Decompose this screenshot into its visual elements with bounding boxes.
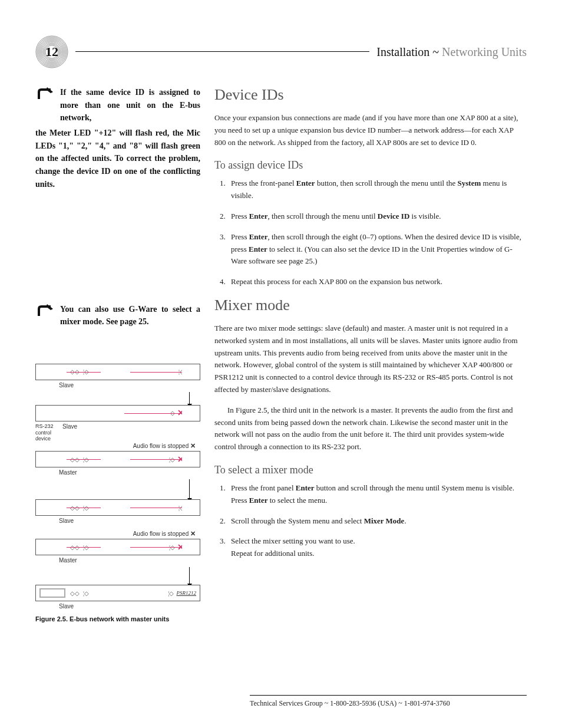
figure-caption: Figure 2.5. E-bus network with master un… (35, 615, 200, 622)
step: Select the mixer setting you want to use… (227, 535, 527, 560)
figure-psr-label: PSR1212 (177, 590, 197, 596)
heading-mixer-mode: Mixer mode (214, 297, 527, 314)
subheading-select-mixer: To select a mixer mode (214, 464, 527, 476)
note-icon (35, 86, 54, 124)
figure-unit: ◇✕◇◇ (35, 405, 200, 421)
figure-unit: ◇◇¦◇ ¦◇PSR1212 (35, 585, 200, 601)
device-ids-intro: Once your expansion bus connections are … (214, 112, 527, 149)
mixer-mode-p2: In Figure 2.5, the third unit in the net… (214, 404, 527, 453)
page-footer: Technical Services Group ~ 1-800-283-593… (250, 695, 527, 708)
page-number: 12 (45, 44, 58, 60)
step: Repeat this process for each XAP 800 on … (227, 276, 527, 288)
note-icon (35, 303, 54, 328)
figure-unit: ◇◇¦◇ ¦◇✕◇◇ (35, 539, 200, 555)
figure-unit-label: Slave (59, 603, 200, 610)
figure-rs232-label: RS-232 control device (35, 423, 59, 442)
figure-audio-stopped: Audio flow is stopped ✕ (35, 442, 196, 450)
figure-unit: ◇◇¦◇ ¦◇✕◇◇ (35, 451, 200, 467)
note-gware-text: You can also use G-Ware to select a mixe… (60, 303, 200, 328)
heading-device-ids: Device IDs (214, 86, 527, 104)
figure-audio-stopped: Audio flow is stopped ✕ (35, 530, 196, 538)
steps-select-mixer: Press the front panel Enter button and s… (214, 482, 527, 560)
header-rule (75, 51, 369, 52)
header-title-strong: Installation ~ (376, 45, 442, 58)
step: Press Enter, then scroll through the eig… (227, 231, 527, 268)
figure-unit-label: Slave (62, 423, 77, 436)
figure-unit-label: Master (59, 557, 200, 564)
figure-unit-label: Slave (59, 518, 200, 524)
header-title-light: Networking Units (442, 45, 527, 58)
note-text-body: the Meter LED "+12" will flash red, the … (35, 127, 200, 190)
figure-unit: ◇◇¦◇ ¦◇◇◇ (35, 499, 200, 516)
step: Scroll through the System menu and selec… (227, 515, 527, 528)
page-number-badge: 12 (35, 35, 68, 68)
figure-unit: ◇◇¦◇ ¦◇◇◇ (35, 364, 200, 380)
step: Press the front panel Enter button and s… (227, 482, 527, 507)
steps-assign-device-ids: Press the front-panel Enter button, then… (214, 177, 527, 288)
header-title: Installation ~ Networking Units (376, 45, 527, 59)
subheading-assign: To assign device IDs (214, 159, 527, 172)
step: Press the front-panel Enter button, then… (227, 177, 527, 202)
mixer-mode-p1: There are two mixer mode settings: slave… (214, 322, 527, 396)
figure-unit-label: Master (59, 469, 200, 476)
sidebar-note-gware: You can also use G-Ware to select a mixe… (35, 303, 200, 328)
note-text-line1: If the same device ID is assigned to mor… (60, 86, 200, 124)
figure-unit-label: Slave (59, 382, 200, 388)
step: Press Enter, then scroll through the men… (227, 210, 527, 223)
sidebar-note-device-id: If the same device ID is assigned to mor… (35, 86, 200, 191)
figure-2-5: ◇◇¦◇ ¦◇◇◇ Slave ◇✕◇◇ (35, 364, 200, 622)
page-header: 12 Installation ~ Networking Units (35, 35, 527, 68)
